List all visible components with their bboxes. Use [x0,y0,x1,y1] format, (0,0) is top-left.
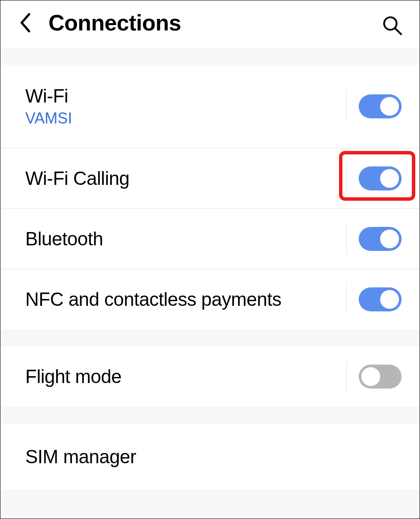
section-flight: Flight mode [0,347,420,407]
search-button[interactable] [380,13,404,37]
chevron-left-icon [18,12,32,33]
back-button[interactable] [14,10,36,36]
toggle-divider [346,223,402,254]
sim-manager-label: SIM manager [25,446,402,468]
wifi-label: Wi-Fi [25,85,346,107]
toggle-divider [346,361,402,392]
row-text: Flight mode [25,366,346,387]
row-wifi[interactable]: Wi-Fi VAMSI [0,65,420,148]
flight-mode-label: Flight mode [25,366,346,387]
svg-line-1 [395,28,401,34]
toggle-divider [346,284,402,315]
bluetooth-toggle[interactable] [359,227,402,251]
row-wifi-calling[interactable]: Wi-Fi Calling [0,148,420,209]
row-text: SIM manager [25,446,402,468]
row-text: Wi-Fi Calling [25,168,346,189]
row-nfc[interactable]: NFC and contactless payments [0,269,420,329]
toggle-knob [380,290,399,309]
nfc-toggle[interactable] [359,287,402,311]
toggle-knob [380,229,399,248]
header: Connections [0,0,420,48]
wifi-calling-toggle[interactable] [359,166,402,190]
page-title: Connections [48,10,181,36]
flight-mode-toggle[interactable] [359,365,402,389]
wifi-calling-label: Wi-Fi Calling [25,168,346,189]
row-text: NFC and contactless payments [25,289,346,310]
nfc-label: NFC and contactless payments [25,289,346,310]
toggle-divider [346,91,402,122]
toggle-knob [380,97,399,116]
row-flight-mode[interactable]: Flight mode [0,347,420,407]
row-text: Wi-Fi VAMSI [25,85,346,127]
toggle-knob [380,169,399,188]
row-text: Bluetooth [25,228,346,250]
section-sim: SIM manager [0,424,420,490]
row-sim-manager[interactable]: SIM manager [0,424,420,490]
search-icon [381,15,403,36]
row-bluetooth[interactable]: Bluetooth [0,209,420,269]
toggle-divider [346,163,402,194]
toggle-knob [361,367,380,386]
wifi-network-name: VAMSI [25,109,346,127]
section-connections: Wi-Fi VAMSI Wi-Fi Calling Bluetooth [0,65,420,329]
bluetooth-label: Bluetooth [25,228,346,250]
wifi-toggle[interactable] [359,94,402,118]
